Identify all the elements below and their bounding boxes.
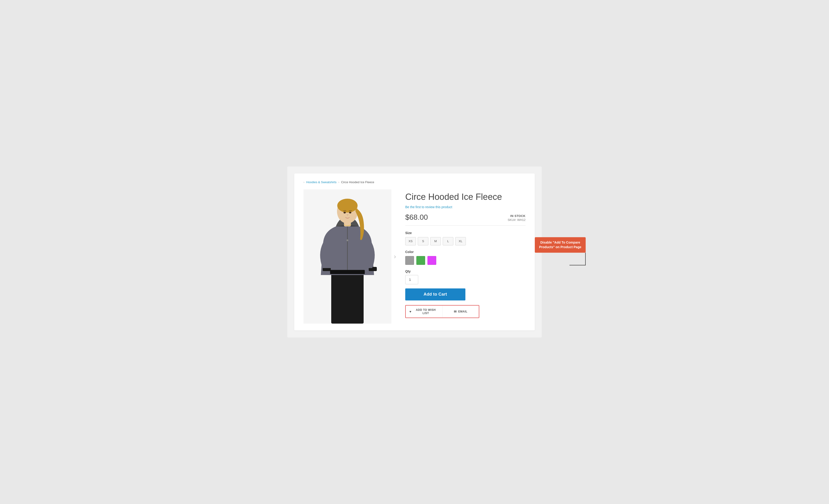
product-layout: › Circe Hooded Ice Fleece Be the first t… [303,189,526,324]
email-icon: ✉ [454,310,457,314]
qty-input[interactable] [405,275,418,284]
email-button[interactable]: ✉ EMAIL [442,305,479,318]
svg-point-9 [344,212,346,214]
product-image-section: › [303,189,391,324]
product-image-container [303,189,391,324]
size-xl[interactable]: XL [455,237,466,245]
heart-icon: ♥ [409,310,411,314]
svg-rect-11 [330,270,365,274]
breadcrumb-current: Circe Hooded Ice Fleece [341,180,374,184]
email-label: EMAIL [458,310,467,313]
color-label: Color [405,250,526,254]
add-to-cart-button[interactable]: Add to Cart [405,288,465,300]
breadcrumb-chevron-1: › [303,181,304,184]
stock-sku-container: IN STOCK SKU#: WH12 [508,214,526,222]
sku-value: WH12 [517,218,526,222]
breadcrumb: › Hoodies & Sweatshirts › Circe Hooded I… [303,180,526,184]
breadcrumb-link-hoodies[interactable]: Hoodies & Sweatshirts [306,180,336,184]
tooltip-text: Disable "Add To Compare Products" on Pro… [539,241,581,249]
action-buttons-row: ♥ ADD TO WISH LIST ✉ EMAIL [405,305,479,318]
size-xs[interactable]: XS [405,237,416,245]
color-options [405,256,526,265]
page-wrapper: › Hoodies & Sweatshirts › Circe Hooded I… [287,167,542,337]
review-link[interactable]: Be the first to review this product [405,205,526,209]
size-options: XS S M L XL [405,237,526,245]
wishlist-label: ADD TO WISH LIST [413,308,439,315]
tooltip-callout: Disable "Add To Compare Products" on Pro… [535,237,586,253]
product-details: Circe Hooded Ice Fleece Be the first to … [405,189,526,318]
sku-label: SKU#: [508,218,516,222]
size-l[interactable]: L [443,237,454,245]
size-s[interactable]: S [418,237,428,245]
color-swatch-gray[interactable] [405,256,414,265]
product-image [303,189,391,324]
sku-info: SKU#: WH12 [508,218,526,222]
add-to-wishlist-button[interactable]: ♥ ADD TO WISH LIST [406,305,442,318]
product-card: › Hoodies & Sweatshirts › Circe Hooded I… [294,174,535,330]
breadcrumb-chevron-2: › [338,181,339,184]
price-stock-row: $68.00 IN STOCK SKU#: WH12 [405,213,526,222]
svg-rect-1 [331,273,364,324]
product-price: $68.00 [405,213,428,222]
product-title: Circe Hooded Ice Fleece [405,192,526,203]
image-next-arrow[interactable]: › [394,253,396,260]
size-label: Size [405,231,526,235]
color-swatch-green[interactable] [417,256,425,265]
size-m[interactable]: M [430,237,441,245]
qty-label: Qty [405,269,526,273]
svg-point-10 [349,212,351,214]
color-swatch-magenta[interactable] [427,256,436,265]
tooltip-line [570,253,586,265]
svg-point-3 [347,240,348,241]
in-stock-badge: IN STOCK [508,214,526,218]
